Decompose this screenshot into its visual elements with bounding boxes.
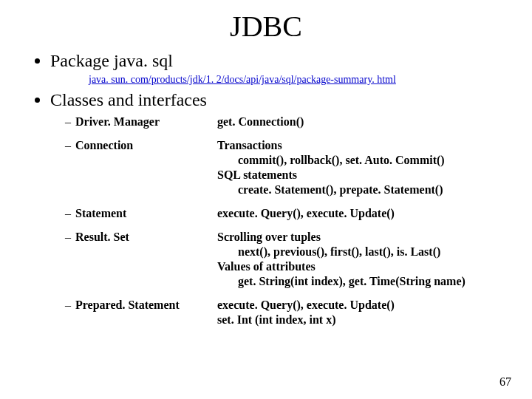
desc-line: Values of attributes bbox=[217, 259, 502, 274]
class-name: Connection bbox=[75, 138, 217, 153]
bullet-package: Package java. sql bbox=[50, 51, 502, 71]
class-description: execute. Query(), execute. Update() bbox=[217, 206, 502, 221]
class-description: Scrolling over tuplesnext(), previous(),… bbox=[217, 230, 502, 289]
desc-line: SQL statements bbox=[217, 168, 502, 183]
desc-line: Scrolling over tuples bbox=[217, 230, 502, 245]
class-name: Statement bbox=[75, 206, 217, 221]
desc-subline: get. String(int index), get. Time(String… bbox=[217, 274, 502, 289]
desc-subline: commit(), rollback(), set. Auto. Commit(… bbox=[217, 153, 502, 168]
bullet-list-2: Classes and interfaces bbox=[30, 90, 502, 110]
bullet-classes: Classes and interfaces bbox=[50, 90, 502, 110]
desc-line: set. Int (int index, int x) bbox=[217, 313, 502, 327]
class-name: Prepared. Statement bbox=[75, 298, 217, 313]
desc-subline: create. Statement(), prepate. Statement(… bbox=[217, 183, 502, 197]
list-item: –Result. SetScrolling over tuplesnext(),… bbox=[65, 230, 502, 289]
list-item: –Driver. Managerget. Connection() bbox=[65, 115, 502, 129]
desc-line: execute. Query(), execute. Update() bbox=[217, 298, 502, 313]
dash-icon: – bbox=[65, 298, 75, 313]
class-description: execute. Query(), execute. Update()set. … bbox=[217, 298, 502, 327]
slide: JDBC Package java. sql java. sun. com/pr… bbox=[0, 0, 532, 399]
desc-line: get. Connection() bbox=[217, 115, 502, 129]
class-name: Result. Set bbox=[75, 230, 217, 245]
dash-icon: – bbox=[65, 206, 75, 221]
dash-icon: – bbox=[65, 138, 75, 153]
dash-icon: – bbox=[65, 115, 75, 129]
page-number: 67 bbox=[499, 375, 511, 389]
class-description: get. Connection() bbox=[217, 115, 502, 129]
class-description: Transactionscommit(), rollback(), set. A… bbox=[217, 138, 502, 197]
dash-icon: – bbox=[65, 230, 75, 245]
bullet-list: Package java. sql bbox=[30, 51, 502, 71]
list-item: –Prepared. Statementexecute. Query(), ex… bbox=[65, 298, 502, 327]
desc-line: Transactions bbox=[217, 138, 502, 153]
class-name: Driver. Manager bbox=[75, 115, 217, 129]
list-item: –ConnectionTransactionscommit(), rollbac… bbox=[65, 138, 502, 197]
package-link[interactable]: java. sun. com/products/jdk/1. 2/docs/ap… bbox=[89, 74, 502, 86]
list-item: –Statementexecute. Query(), execute. Upd… bbox=[65, 206, 502, 221]
slide-title: JDBC bbox=[30, 9, 502, 44]
desc-subline: next(), previous(), first(), last(), is.… bbox=[217, 245, 502, 259]
desc-line: execute. Query(), execute. Update() bbox=[217, 206, 502, 221]
class-list: –Driver. Managerget. Connection()–Connec… bbox=[65, 115, 502, 327]
